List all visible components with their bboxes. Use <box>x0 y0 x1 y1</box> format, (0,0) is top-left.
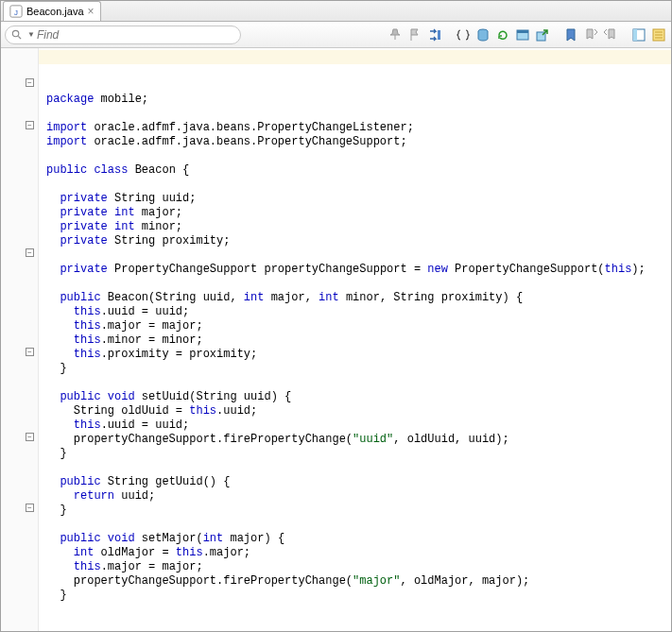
t: } <box>46 362 67 375</box>
pin-icon[interactable] <box>387 26 404 43</box>
step-icon[interactable] <box>426 26 443 43</box>
kw: int <box>74 546 95 559</box>
kw: public <box>60 390 100 403</box>
t: propertyChangeSupport.firePropertyChange… <box>46 433 353 446</box>
java-file-icon: J <box>9 5 23 18</box>
fold-toggle[interactable]: − <box>26 348 34 356</box>
kw: import <box>46 121 87 134</box>
t: Beacon(String uuid, <box>101 291 244 304</box>
fold-toggle[interactable]: − <box>26 78 34 87</box>
kw: int <box>244 291 265 304</box>
t: , oldMajor, major); <box>400 574 529 588</box>
kw: this <box>74 348 101 361</box>
t: major) { <box>223 532 284 545</box>
kw: this <box>176 546 203 559</box>
toolbar-buttons <box>387 26 667 43</box>
t: minor; <box>135 220 182 233</box>
kw: new <box>427 263 448 276</box>
t: .uuid = uuid; <box>101 305 190 318</box>
bookmark-prev-icon[interactable] <box>582 26 599 43</box>
t: , oldUuid, uuid); <box>393 433 508 446</box>
kw: this <box>74 333 101 347</box>
kw: private <box>60 220 107 233</box>
t: minor, String proximity) { <box>339 291 523 304</box>
t: String uuid; <box>108 192 197 205</box>
kw: public <box>60 291 100 304</box>
kw: int <box>114 220 135 233</box>
code-area[interactable]: package mobile; import oracle.adfmf.java… <box>39 48 671 631</box>
fold-toggle[interactable]: − <box>26 504 34 512</box>
str: "uuid" <box>353 433 393 446</box>
kw: public <box>46 163 87 177</box>
t: .minor = minor; <box>101 333 203 347</box>
search-box[interactable]: ▼ <box>5 26 241 44</box>
kw: package <box>46 93 94 106</box>
t: PropertyChangeSupport propertyChangeSupp… <box>108 263 427 276</box>
t: oracle.adfmf.java.beans.PropertyChangeSu… <box>87 135 406 148</box>
t: String oldUuid = <box>46 404 189 418</box>
kw: int <box>114 206 135 219</box>
window-icon[interactable] <box>514 26 531 43</box>
kw: int <box>203 532 224 545</box>
export-icon[interactable] <box>534 26 551 43</box>
kw: this <box>74 319 101 333</box>
chevron-down-icon[interactable]: ▼ <box>27 30 35 39</box>
t: .major = major; <box>101 319 203 333</box>
kw: this <box>189 404 216 418</box>
fold-toggle[interactable]: − <box>26 121 34 129</box>
fold-toggle[interactable]: − <box>26 433 34 441</box>
code-editor[interactable]: − − − − − − package mobile; import oracl… <box>1 48 671 631</box>
t: oracle.adfmf.java.beans.PropertyChangeLi… <box>87 121 414 134</box>
kw: this <box>74 305 101 318</box>
t: uuid; <box>114 489 155 503</box>
tab-bar: J Beacon.java × <box>1 1 671 22</box>
t: } <box>46 504 67 517</box>
flag-icon[interactable] <box>406 26 423 43</box>
t: .uuid; <box>216 404 257 418</box>
refresh-icon[interactable] <box>494 26 511 43</box>
panel-icon[interactable] <box>630 26 647 43</box>
t: .proximity = proximity; <box>101 348 258 361</box>
kw: private <box>60 192 107 205</box>
kw: this <box>74 418 101 432</box>
kw: int <box>319 291 339 304</box>
db-icon[interactable] <box>474 26 491 43</box>
kw: private <box>60 234 107 248</box>
t: mobile; <box>94 93 148 106</box>
toolbar: ▼ <box>1 22 671 48</box>
gutter: − − − − − − <box>1 48 39 631</box>
t: major, <box>264 291 319 304</box>
kw: public <box>60 475 100 488</box>
bookmark-icon[interactable] <box>562 26 579 43</box>
t: String proximity; <box>108 234 231 248</box>
svg-line-3 <box>18 36 21 39</box>
t: } <box>46 589 67 602</box>
search-input[interactable] <box>35 27 234 43</box>
t: propertyChangeSupport.firePropertyChange… <box>46 574 353 588</box>
fold-toggle[interactable]: − <box>26 248 34 257</box>
t: } <box>46 447 67 460</box>
kw: private <box>60 263 107 276</box>
t: oldMajor = <box>94 546 175 559</box>
svg-text:J: J <box>14 9 18 17</box>
kw: public <box>60 532 100 545</box>
t: String getUuid() { <box>101 475 231 488</box>
braces-icon[interactable] <box>455 26 472 43</box>
svg-rect-7 <box>517 30 528 33</box>
t: major; <box>135 206 182 219</box>
close-icon[interactable]: × <box>88 6 95 17</box>
file-tab[interactable]: J Beacon.java × <box>3 1 101 21</box>
list-icon[interactable] <box>650 26 667 43</box>
bookmark-next-icon[interactable] <box>602 26 619 43</box>
t: .major = major; <box>101 560 203 573</box>
tab-label: Beacon.java <box>26 6 84 17</box>
t: .major; <box>203 546 250 559</box>
t: setUuid(String uuid) { <box>135 390 292 403</box>
kw: void <box>108 390 135 403</box>
svg-rect-4 <box>438 30 440 40</box>
t: .uuid = uuid; <box>101 418 190 432</box>
svg-point-2 <box>12 30 18 36</box>
t: Beacon { <box>128 163 189 177</box>
svg-rect-10 <box>633 29 637 41</box>
kw: this <box>74 560 101 573</box>
